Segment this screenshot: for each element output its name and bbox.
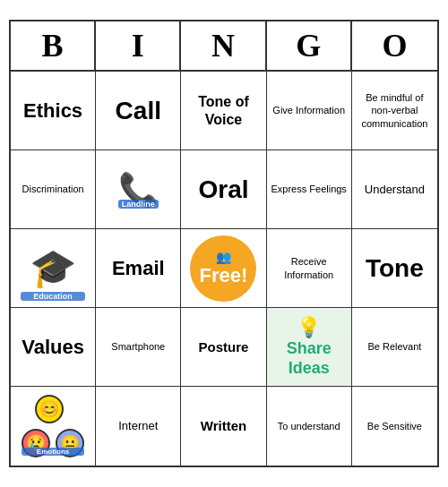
cell-r2c2: 📞 Landline [96,150,181,229]
cell-r4c2: Smartphone [96,308,181,387]
cell-r3c4: Receive Information [267,229,352,308]
bingo-header: B I N G O [11,21,437,72]
cell-r3c2: Email [96,229,181,308]
cell-r3c3: 👥 Free! [181,229,266,308]
cell-r4c3: Posture [181,308,266,387]
cell-r1c1: Ethics [11,72,96,150]
cell-r2c3: Oral [181,150,266,229]
cell-r1c3: Tone of Voice [181,72,266,150]
header-b: B [11,21,96,70]
cell-r5c2: Internet [96,387,181,466]
header-g: G [267,21,352,70]
header-i: I [96,21,181,70]
cell-r1c2: Call [96,72,181,150]
cell-r5c3: Written [181,387,266,466]
cell-r5c5: Be Sensitive [352,387,437,466]
header-o: O [352,21,437,70]
cell-r2c4: Express Feelings [267,150,352,229]
cell-r1c5: Be mindful of non-verbal communication [352,72,437,150]
bingo-grid: Ethics Call Tone of Voice Give Informati… [11,72,437,466]
cell-r5c4: To understand [267,387,352,466]
bingo-card: B I N G O Ethics Call Tone of Voice Give… [9,20,439,467]
cell-r3c5: Tone [352,229,437,308]
cell-r3c1: 🎓 Education [11,229,96,308]
cell-r4c5: Be Relevant [352,308,437,387]
header-n: N [181,21,266,70]
cell-r2c1: Discrimination [11,150,96,229]
cell-r1c4: Give Information [267,72,352,150]
cell-r4c4: 💡 Share Ideas [267,308,352,387]
cell-r5c1: 😊 😢 😐 Emotions [11,387,96,466]
cell-r2c5: Understand [352,150,437,229]
free-cell: 👥 Free! [190,235,256,302]
cell-r4c1: Values [11,308,96,387]
